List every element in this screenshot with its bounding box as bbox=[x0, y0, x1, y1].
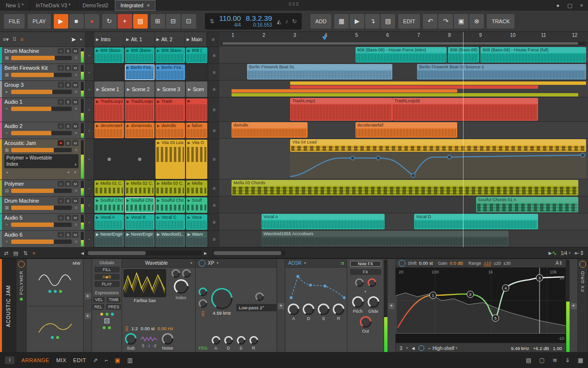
clip-play-icon[interactable]: ▶ bbox=[96, 215, 99, 220]
filter-grid-icon[interactable]: ⣿ bbox=[201, 311, 204, 316]
clip-slot-stop[interactable] bbox=[94, 139, 124, 179]
launcher-clip[interactable]: ▶Mella 02 C... bbox=[125, 180, 155, 196]
clip-slot[interactable]: ▶Vita O bbox=[186, 139, 208, 179]
launcher-clip[interactable]: ▶TrashLoop1 bbox=[94, 98, 124, 121]
clip-play-icon[interactable]: ▶ bbox=[126, 198, 129, 203]
grid-view-icon[interactable]: ⠿ bbox=[13, 36, 16, 43]
clip-stop-button[interactable]: ▪ bbox=[85, 180, 94, 196]
launcher-hscrollbar[interactable] bbox=[86, 251, 202, 256]
octave-0-button[interactable]: 0 bbox=[142, 343, 144, 348]
filter-env-d-knob[interactable] bbox=[224, 336, 233, 345]
ab-morph-button[interactable]: A◆B bbox=[94, 274, 120, 280]
filter-mode-select[interactable]: Low-pass 2°▾ bbox=[236, 304, 283, 311]
redo-icon[interactable]: ↷ bbox=[438, 14, 453, 29]
clip-play-icon[interactable]: ▶ bbox=[127, 87, 130, 92]
arranger-clip[interactable]: Vocal D bbox=[414, 214, 538, 229]
scene-header-cell[interactable]: ▶Alt. 2 bbox=[155, 32, 184, 47]
clip-play-icon[interactable]: ▶ bbox=[157, 215, 160, 220]
osc-hz-value[interactable]: 0.00 Hz bbox=[157, 326, 173, 331]
track-menu-icon[interactable]: ≡ bbox=[74, 205, 78, 210]
launcher-clip[interactable]: ▶TrashLoop2b bbox=[125, 98, 155, 121]
volume-slider[interactable] bbox=[11, 131, 72, 135]
clip-play-icon[interactable]: ▶ bbox=[157, 87, 160, 92]
launcher-clip[interactable]: ▶Soulful Cho... bbox=[94, 197, 124, 213]
oscillator-b-cell[interactable] bbox=[27, 306, 83, 353]
clip-play-icon[interactable]: ▶ bbox=[126, 215, 129, 220]
solo-button[interactable]: S bbox=[65, 82, 71, 88]
fx-grid-power-icon[interactable] bbox=[579, 261, 586, 268]
drum-pads-icon[interactable]: ▦ bbox=[334, 14, 349, 29]
clip-slot[interactable]: ▶808 (Bass-... bbox=[124, 47, 155, 64]
clip-play-icon[interactable]: ▶ bbox=[187, 124, 190, 128]
group-clip-strip[interactable] bbox=[232, 89, 457, 93]
wavetable-index-knob[interactable] bbox=[174, 279, 188, 294]
arranger-clip[interactable]: Soulful Chords 01 A bbox=[476, 197, 578, 212]
launcher-clip[interactable]: ▶Vocal B bbox=[125, 214, 155, 230]
filter-cutoff-knob[interactable] bbox=[211, 288, 232, 309]
eq-band-gain[interactable]: +6.2 dB bbox=[533, 346, 549, 351]
launcher-clip[interactable]: ▶808 ( bbox=[186, 48, 207, 63]
clip-slot[interactable]: ▶Soulf bbox=[186, 197, 208, 213]
eq-spectrum-display[interactable]: 20 100 1k 10k 10 -10 1 2 5 4 3 bbox=[396, 268, 566, 343]
time-signature[interactable]: 4/4 bbox=[234, 22, 241, 28]
duplicate-icon[interactable]: ▣ bbox=[454, 14, 468, 29]
scene-header-cell[interactable]: ▶Main bbox=[185, 32, 206, 47]
track-launcher-options[interactable]: ≡ bbox=[208, 197, 220, 213]
close-panel-icon[interactable]: × bbox=[32, 250, 35, 256]
group-scene-cell[interactable]: ▶Scene 3 bbox=[155, 81, 186, 97]
pres-expression-button[interactable]: PRES bbox=[106, 304, 121, 310]
arranger-clip[interactable]: deceleratefall bbox=[356, 122, 458, 138]
track-header[interactable]: Audio 6○SM≈≡ bbox=[0, 231, 85, 248]
mod-wheel-label[interactable]: MW bbox=[73, 261, 80, 266]
launcher-clip[interactable]: ▶808 (Bass-... bbox=[125, 48, 155, 63]
mute-button[interactable]: M bbox=[72, 181, 78, 187]
eq-shift-value[interactable]: 0.00 st bbox=[419, 260, 433, 266]
clip-slot[interactable]: ▶808 (Bass-... bbox=[155, 47, 186, 64]
monitor-button[interactable]: ○ bbox=[58, 215, 64, 221]
launcher-clip[interactable]: ▶Soulf bbox=[186, 197, 207, 213]
edit-view-button[interactable]: EDIT bbox=[73, 357, 86, 363]
eq-band-select[interactable]: 3 bbox=[400, 346, 402, 351]
clip-play-icon[interactable]: ▶ bbox=[157, 141, 160, 145]
filter-power-icon[interactable] bbox=[199, 260, 205, 267]
close-window-icon[interactable]: × bbox=[580, 2, 583, 8]
clip-play-icon[interactable]: ▶ bbox=[157, 232, 160, 237]
volume-slider[interactable] bbox=[11, 223, 72, 227]
arranger-clip[interactable]: Berlin Firework Beat 02-bounce-1 bbox=[417, 64, 586, 80]
clip-stop-button[interactable]: ▪ bbox=[85, 98, 94, 122]
env-s-knob[interactable] bbox=[318, 304, 329, 315]
tempo-value[interactable]: 110.00 bbox=[219, 15, 241, 23]
add-lane-button[interactable]: + bbox=[65, 170, 72, 175]
filter-title[interactable]: XP bbox=[208, 260, 214, 266]
arranger-follow-icon[interactable]: ▶ bbox=[548, 251, 552, 256]
clip-slot[interactable]: ▶808 (Bass-... bbox=[94, 47, 124, 64]
solo-button[interactable]: S bbox=[65, 140, 71, 146]
track-header[interactable]: Audio 5○SM≈≡ bbox=[0, 214, 85, 231]
tempo-tap-icon[interactable]: ⇅ bbox=[210, 18, 215, 25]
clip-play-icon[interactable]: ▶ bbox=[126, 232, 129, 237]
solo-button[interactable]: S bbox=[65, 48, 71, 54]
stop-button[interactable]: ■ bbox=[69, 14, 84, 29]
volume-slider[interactable] bbox=[11, 73, 72, 77]
clip-play-icon[interactable]: ▶ bbox=[157, 124, 160, 128]
track-header[interactable]: Audio 1○SM≈≡ bbox=[0, 98, 85, 122]
track-header[interactable]: Berlin Firework Kit○SM▦≡ bbox=[0, 64, 85, 81]
volume-slider[interactable] bbox=[11, 107, 72, 111]
launcher-scroll-right-icon[interactable]: ▶ bbox=[204, 251, 207, 256]
clip-slot[interactable]: ▶TrashLoop1 bbox=[94, 98, 124, 122]
add-fx-button[interactable]: + bbox=[571, 303, 577, 309]
track-launcher-options[interactable]: ≡ bbox=[208, 122, 220, 139]
solo-button[interactable]: S bbox=[65, 215, 71, 221]
clip-play-icon[interactable]: ▶ bbox=[187, 198, 190, 203]
clip-play-icon[interactable]: ▶ bbox=[96, 198, 99, 203]
launcher-clip[interactable]: ▶Soulful Cho... bbox=[155, 197, 185, 213]
dual-display-icon[interactable]: ⇗ bbox=[93, 357, 98, 364]
eq-band-1-node[interactable]: 1 bbox=[430, 292, 437, 299]
env-route-icon[interactable]: ⇉ bbox=[340, 261, 344, 266]
mute-button[interactable]: M bbox=[72, 198, 78, 204]
wavetable-display[interactable] bbox=[124, 269, 166, 297]
env-title[interactable]: ADSR bbox=[288, 260, 302, 266]
clip-slot[interactable]: ▶Soulful Cho... bbox=[124, 197, 155, 213]
eq-band-3-node[interactable]: 3 bbox=[536, 274, 543, 282]
volume-slider[interactable] bbox=[11, 90, 72, 94]
